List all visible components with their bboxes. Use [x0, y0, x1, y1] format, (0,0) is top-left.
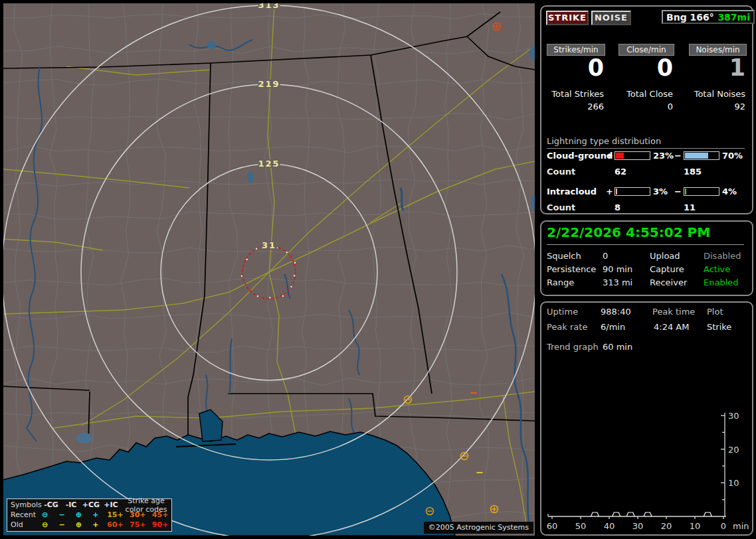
total-noises-label: Total Noises — [686, 89, 745, 99]
peak-time-label: Peak time — [652, 307, 695, 317]
legend-symbol-cg-minus-icon: ⊖ — [37, 520, 53, 529]
strike-age-code: 30+ — [126, 510, 149, 519]
bearing-distance: 387mi — [717, 12, 750, 23]
legend-header-row: Symbols -CG -IC +CG +IC Strike age color… — [7, 500, 171, 510]
legend-col--cg: -CG — [41, 501, 61, 509]
cg-plus-count: 62 — [614, 167, 626, 177]
svg-text:50: 50 — [575, 521, 587, 531]
total-close-label: Total Close — [613, 89, 673, 99]
svg-text:min: min — [733, 521, 749, 531]
cg-minus-pct: 70% — [722, 151, 743, 161]
range-value: 313 mi — [603, 277, 632, 287]
trend-window-value: 60 min — [603, 342, 632, 352]
legend-symbol-ic-minus-icon: − — [53, 510, 70, 519]
capture-value: Active — [704, 264, 730, 274]
legend-symbol-cg-plus-icon: ⊕ — [70, 520, 87, 529]
squelch-value: 0 — [603, 251, 608, 261]
plus-sign: + — [606, 151, 613, 161]
trend-graph: 1020306050403020100min — [541, 359, 749, 532]
plot-value: Strike — [707, 322, 731, 332]
peak-time-value: 4:24 AM — [654, 322, 689, 332]
count-label: Count — [547, 167, 575, 177]
lakes-layer — [76, 41, 535, 475]
uptime-value: 988:40 — [601, 307, 631, 317]
cloud-ground-label: Cloud-ground — [547, 151, 613, 161]
capture-label: Capture — [650, 264, 684, 274]
count-label: Count — [547, 202, 575, 212]
legend-col-+cg: +CG — [81, 501, 101, 509]
noise-button[interactable]: NOISE — [591, 11, 631, 25]
receiver-label: Receiver — [650, 277, 687, 287]
ic-minus-pct: 4% — [722, 187, 737, 196]
total-strikes-label: Total Strikes — [544, 89, 604, 99]
legend-symbols-header: Symbols — [7, 501, 41, 509]
strike-age-code: 75+ — [126, 520, 149, 529]
legend-symbol-cg-minus-icon: ⊖ — [37, 510, 53, 519]
svg-text:313: 313 — [258, 3, 280, 10]
plus-sign: + — [606, 187, 613, 196]
persistence-label: Persistence — [547, 264, 596, 274]
minus-sign: − — [674, 151, 682, 161]
ic-minus-count: 11 — [684, 202, 696, 212]
strike-age-code: 90+ — [149, 520, 171, 529]
upload-value: Disabled — [704, 251, 741, 261]
close-per-min-value: 0 — [613, 54, 673, 81]
symbols-legend: Symbols -CG -IC +CG +IC Strike age color… — [7, 499, 172, 532]
intracloud-row: Intracloud + 3% − 4% — [541, 187, 752, 196]
legend-symbol-ic-plus-icon: + — [87, 510, 104, 519]
legend-row-label: Old — [7, 520, 37, 529]
svg-text:20: 20 — [661, 521, 672, 531]
strike-age-code: 60+ — [104, 520, 126, 529]
bearing-display: Bng 166° 387mi — [662, 10, 755, 24]
legend-row-label: Recent — [7, 510, 37, 519]
strikes-per-min-value: 0 — [544, 54, 604, 81]
legend-col-+ic: +IC — [101, 501, 121, 509]
legend-row-old: Old⊖−⊕+60+75+90+ — [7, 520, 171, 530]
strike-age-code: 45+ — [149, 510, 171, 519]
peak-rate-value: 6/min — [601, 322, 625, 332]
ic-plus-count: 8 — [614, 202, 620, 212]
legend-symbol-cg-plus-icon: ⊕ — [70, 510, 87, 519]
svg-text:219: 219 — [258, 79, 280, 89]
strike-age-code: 15+ — [104, 510, 126, 519]
cloud-ground-row: Cloud-ground + 23% − 70% — [541, 151, 752, 161]
legend-symbol-ic-minus-icon: − — [53, 520, 70, 529]
total-close-value: 0 — [613, 102, 673, 112]
range-label: Range — [547, 277, 574, 287]
cg-plus-bar — [614, 151, 650, 160]
cg-plus-pct: 23% — [653, 151, 674, 161]
upload-label: Upload — [650, 251, 680, 261]
uptime-label: Uptime — [547, 307, 578, 317]
strike-markers — [405, 23, 501, 515]
svg-text:20: 20 — [728, 445, 739, 455]
map-canvas[interactable]: 31125219313 Symbols -CG -IC +CG +IC Stri… — [3, 3, 535, 536]
map-svg: 31125219313 — [3, 3, 535, 536]
svg-text:31: 31 — [262, 240, 276, 250]
plot-label: Plot — [707, 307, 723, 317]
cg-minus-count: 185 — [684, 167, 702, 177]
legend-row-recent: Recent⊖−⊕+15+30+45+ — [7, 510, 171, 520]
minus-sign: − — [674, 187, 682, 196]
peak-rate-label: Peak rate — [547, 322, 587, 332]
receiver-value: Enabled — [704, 277, 739, 287]
cloud-ground-count-row: Count 62 185 — [541, 167, 752, 177]
distribution-header: Lightning type distribution — [547, 136, 745, 149]
legend-symbol-ic-plus-icon: + — [87, 520, 104, 529]
app-window: 31125219313 Symbols -CG -IC +CG +IC Stri… — [0, 0, 756, 539]
svg-text:0: 0 — [721, 521, 726, 531]
trend-panel: Uptime 988:40 Peak time Plot Peak rate 6… — [540, 301, 753, 536]
svg-text:30: 30 — [632, 521, 644, 531]
total-noises-value: 92 — [686, 102, 745, 112]
svg-text:10: 10 — [728, 478, 739, 488]
ic-plus-pct: 3% — [653, 187, 668, 196]
ic-plus-bar — [614, 187, 650, 196]
squelch-label: Squelch — [547, 251, 581, 261]
svg-text:60: 60 — [547, 521, 558, 531]
svg-text:40: 40 — [604, 521, 615, 531]
total-strikes-value: 266 — [544, 102, 604, 112]
svg-text:30: 30 — [728, 411, 739, 421]
copyright-text: ©2005 Astrogenic Systems — [424, 522, 533, 534]
strike-button[interactable]: STRIKE — [546, 11, 589, 25]
svg-text:10: 10 — [690, 521, 701, 531]
cg-minus-bar — [684, 151, 719, 160]
